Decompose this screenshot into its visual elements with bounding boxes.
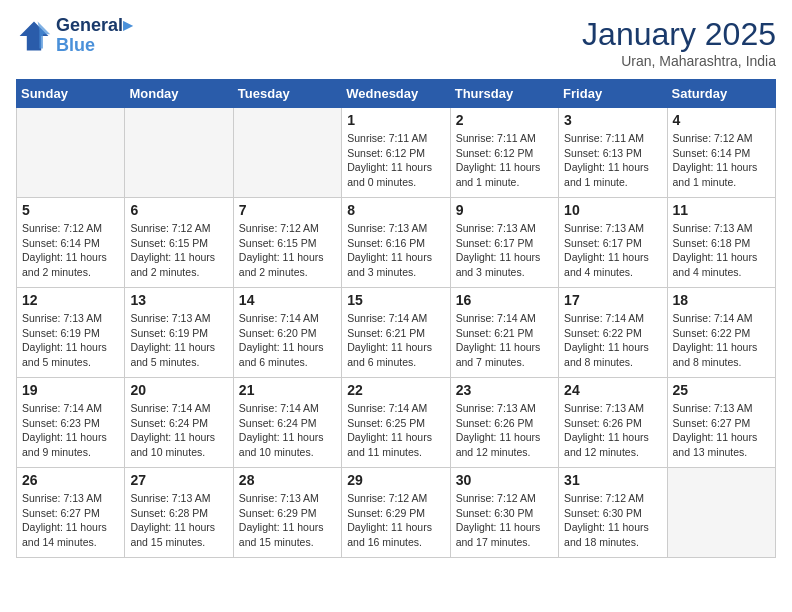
day-info-line: Sunset: 6:17 PM — [456, 236, 553, 251]
day-info-line: and 8 minutes. — [673, 355, 770, 370]
calendar-cell: 2Sunrise: 7:11 AMSunset: 6:12 PMDaylight… — [450, 108, 558, 198]
day-info: Sunrise: 7:12 AMSunset: 6:15 PMDaylight:… — [130, 221, 227, 280]
day-of-week-header: Friday — [559, 80, 667, 108]
page-header: General▸ Blue January 2025 Uran, Maharas… — [16, 16, 776, 69]
day-info-line: Sunset: 6:27 PM — [673, 416, 770, 431]
day-info-line: Sunrise: 7:11 AM — [564, 131, 661, 146]
logo: General▸ Blue — [16, 16, 132, 56]
day-info-line: Sunset: 6:23 PM — [22, 416, 119, 431]
day-info: Sunrise: 7:11 AMSunset: 6:13 PMDaylight:… — [564, 131, 661, 190]
day-info-line: Sunset: 6:28 PM — [130, 506, 227, 521]
day-info-line: Sunrise: 7:12 AM — [22, 221, 119, 236]
day-info-line: Daylight: 11 hours — [564, 250, 661, 265]
calendar-cell: 21Sunrise: 7:14 AMSunset: 6:24 PMDayligh… — [233, 378, 341, 468]
day-info-line: and 3 minutes. — [347, 265, 444, 280]
day-info-line: Sunset: 6:19 PM — [130, 326, 227, 341]
day-number: 20 — [130, 382, 227, 398]
day-info-line: Sunrise: 7:13 AM — [239, 491, 336, 506]
day-info-line: and 12 minutes. — [456, 445, 553, 460]
day-number: 3 — [564, 112, 661, 128]
day-number: 7 — [239, 202, 336, 218]
day-info-line: Sunset: 6:20 PM — [239, 326, 336, 341]
day-info-line: Daylight: 11 hours — [130, 250, 227, 265]
day-info-line: Sunset: 6:30 PM — [564, 506, 661, 521]
day-of-week-header: Monday — [125, 80, 233, 108]
day-info: Sunrise: 7:12 AMSunset: 6:14 PMDaylight:… — [673, 131, 770, 190]
day-info-line: Sunset: 6:18 PM — [673, 236, 770, 251]
day-number: 15 — [347, 292, 444, 308]
day-info-line: and 7 minutes. — [456, 355, 553, 370]
day-number: 23 — [456, 382, 553, 398]
month-title: January 2025 — [582, 16, 776, 53]
day-of-week-header: Saturday — [667, 80, 775, 108]
day-info-line: Sunrise: 7:13 AM — [130, 491, 227, 506]
day-info-line: Sunrise: 7:13 AM — [22, 311, 119, 326]
day-info-line: and 17 minutes. — [456, 535, 553, 550]
day-number: 2 — [456, 112, 553, 128]
day-info-line: Sunrise: 7:14 AM — [564, 311, 661, 326]
title-area: January 2025 Uran, Maharashtra, India — [582, 16, 776, 69]
calendar-cell: 10Sunrise: 7:13 AMSunset: 6:17 PMDayligh… — [559, 198, 667, 288]
day-number: 9 — [456, 202, 553, 218]
day-info: Sunrise: 7:14 AMSunset: 6:24 PMDaylight:… — [239, 401, 336, 460]
day-of-week-header: Thursday — [450, 80, 558, 108]
day-info-line: Daylight: 11 hours — [673, 340, 770, 355]
calendar-cell: 17Sunrise: 7:14 AMSunset: 6:22 PMDayligh… — [559, 288, 667, 378]
week-row: 1Sunrise: 7:11 AMSunset: 6:12 PMDaylight… — [17, 108, 776, 198]
day-info-line: Sunset: 6:22 PM — [673, 326, 770, 341]
calendar-cell: 24Sunrise: 7:13 AMSunset: 6:26 PMDayligh… — [559, 378, 667, 468]
day-number: 28 — [239, 472, 336, 488]
day-info-line: Daylight: 11 hours — [564, 340, 661, 355]
day-info-line: Daylight: 11 hours — [239, 340, 336, 355]
day-info-line: Daylight: 11 hours — [673, 430, 770, 445]
day-info-line: Sunrise: 7:13 AM — [130, 311, 227, 326]
day-info-line: Sunrise: 7:12 AM — [347, 491, 444, 506]
day-info-line: Daylight: 11 hours — [456, 340, 553, 355]
day-info: Sunrise: 7:14 AMSunset: 6:22 PMDaylight:… — [673, 311, 770, 370]
day-info-line: and 15 minutes. — [239, 535, 336, 550]
calendar-cell — [17, 108, 125, 198]
day-info-line: and 15 minutes. — [130, 535, 227, 550]
week-row: 19Sunrise: 7:14 AMSunset: 6:23 PMDayligh… — [17, 378, 776, 468]
day-number: 19 — [22, 382, 119, 398]
day-info-line: Sunset: 6:12 PM — [456, 146, 553, 161]
day-info-line: Sunset: 6:21 PM — [347, 326, 444, 341]
calendar-cell: 3Sunrise: 7:11 AMSunset: 6:13 PMDaylight… — [559, 108, 667, 198]
day-of-week-header: Sunday — [17, 80, 125, 108]
day-info-line: Sunrise: 7:12 AM — [130, 221, 227, 236]
day-info: Sunrise: 7:12 AMSunset: 6:14 PMDaylight:… — [22, 221, 119, 280]
calendar-cell: 12Sunrise: 7:13 AMSunset: 6:19 PMDayligh… — [17, 288, 125, 378]
day-info-line: Sunset: 6:30 PM — [456, 506, 553, 521]
calendar-cell: 14Sunrise: 7:14 AMSunset: 6:20 PMDayligh… — [233, 288, 341, 378]
day-number: 14 — [239, 292, 336, 308]
calendar-cell: 26Sunrise: 7:13 AMSunset: 6:27 PMDayligh… — [17, 468, 125, 558]
day-number: 26 — [22, 472, 119, 488]
calendar-cell: 27Sunrise: 7:13 AMSunset: 6:28 PMDayligh… — [125, 468, 233, 558]
day-info-line: Sunrise: 7:14 AM — [347, 401, 444, 416]
day-info-line: Daylight: 11 hours — [22, 250, 119, 265]
calendar-cell: 13Sunrise: 7:13 AMSunset: 6:19 PMDayligh… — [125, 288, 233, 378]
day-number: 4 — [673, 112, 770, 128]
week-row: 12Sunrise: 7:13 AMSunset: 6:19 PMDayligh… — [17, 288, 776, 378]
day-info: Sunrise: 7:13 AMSunset: 6:19 PMDaylight:… — [22, 311, 119, 370]
day-info-line: Sunrise: 7:11 AM — [347, 131, 444, 146]
day-number: 13 — [130, 292, 227, 308]
day-info-line: Daylight: 11 hours — [564, 430, 661, 445]
day-info: Sunrise: 7:12 AMSunset: 6:30 PMDaylight:… — [564, 491, 661, 550]
day-info-line: and 11 minutes. — [347, 445, 444, 460]
day-info-line: Daylight: 11 hours — [130, 430, 227, 445]
day-info-line: Sunrise: 7:14 AM — [347, 311, 444, 326]
day-info-line: Sunrise: 7:13 AM — [456, 401, 553, 416]
day-info-line: Sunset: 6:27 PM — [22, 506, 119, 521]
day-info-line: Sunrise: 7:14 AM — [22, 401, 119, 416]
day-info-line: Daylight: 11 hours — [564, 160, 661, 175]
day-info-line: Daylight: 11 hours — [673, 160, 770, 175]
day-number: 31 — [564, 472, 661, 488]
calendar-cell: 16Sunrise: 7:14 AMSunset: 6:21 PMDayligh… — [450, 288, 558, 378]
calendar-cell: 25Sunrise: 7:13 AMSunset: 6:27 PMDayligh… — [667, 378, 775, 468]
day-info-line: Daylight: 11 hours — [22, 340, 119, 355]
day-number: 11 — [673, 202, 770, 218]
day-info-line: and 9 minutes. — [22, 445, 119, 460]
day-number: 22 — [347, 382, 444, 398]
day-info-line: and 13 minutes. — [673, 445, 770, 460]
